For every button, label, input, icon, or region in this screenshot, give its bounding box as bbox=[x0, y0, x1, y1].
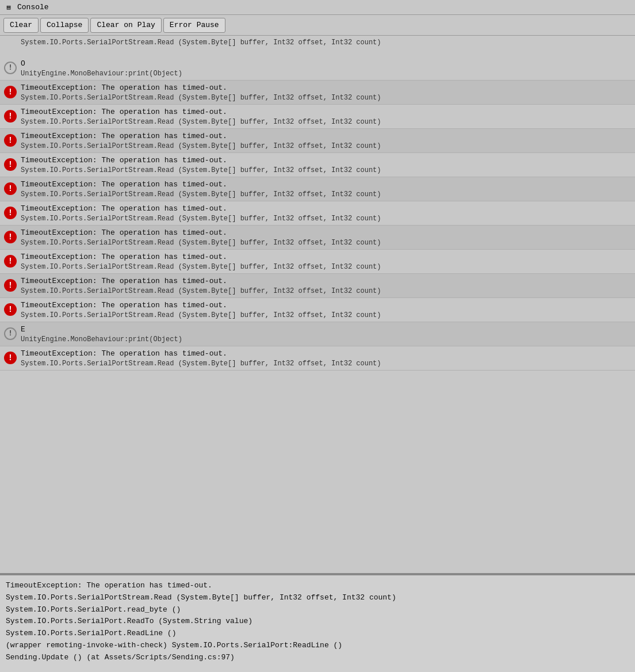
window-title: Console bbox=[17, 3, 49, 12]
log-line1: TimeoutException: The operation has time… bbox=[21, 131, 633, 142]
log-entry[interactable]: !OUnityEngine.MonoBehaviour:print(Object… bbox=[0, 56, 635, 81]
log-line1: TimeoutException: The operation has time… bbox=[21, 349, 633, 359]
clear-on-play-button[interactable]: Clear on Play bbox=[90, 18, 161, 33]
log-line1: TimeoutException: The operation has time… bbox=[21, 300, 633, 311]
error-icon: ! bbox=[4, 255, 17, 268]
error-icon: ! bbox=[4, 207, 17, 219]
log-line1: E bbox=[21, 324, 633, 335]
log-line2: System.IO.Ports.SerialPortStream.Read (S… bbox=[21, 238, 633, 248]
detail-line: System.IO.Ports.SerialPortStream.Read (S… bbox=[6, 592, 629, 604]
detail-line: Sending.Update () (at Assets/Scripts/Sen… bbox=[6, 652, 629, 664]
log-line2: System.IO.Ports.SerialPortStream.Read (S… bbox=[21, 117, 633, 127]
clear-button[interactable]: Clear bbox=[3, 18, 39, 33]
log-line2: System.IO.Ports.SerialPortStream.Read (S… bbox=[21, 142, 633, 151]
error-icon: ! bbox=[4, 134, 17, 147]
log-line1: TimeoutException: The operation has time… bbox=[21, 83, 633, 93]
console-window: ▤ Console Clear Collapse Clear on Play E… bbox=[0, 0, 635, 672]
collapse-button[interactable]: Collapse bbox=[40, 18, 89, 33]
log-entry[interactable]: !TimeoutException: The operation has tim… bbox=[0, 81, 635, 105]
log-line1: TimeoutException: The operation has time… bbox=[21, 204, 633, 214]
partial-icon bbox=[2, 39, 18, 55]
detail-lines: TimeoutException: The operation has time… bbox=[6, 580, 629, 664]
log-entries-container: !OUnityEngine.MonoBehaviour:print(Object… bbox=[0, 56, 635, 371]
detail-line: (wrapper remoting-invoke-with-check) Sys… bbox=[6, 640, 629, 652]
log-line2: System.IO.Ports.SerialPortStream.Read (S… bbox=[21, 287, 633, 296]
detail-line: System.IO.Ports.SerialPort.read_byte () bbox=[6, 604, 629, 616]
log-entry[interactable]: !TimeoutException: The operation has tim… bbox=[0, 274, 635, 298]
log-entry[interactable]: !TimeoutException: The operation has tim… bbox=[0, 346, 635, 371]
log-entry[interactable]: !TimeoutException: The operation has tim… bbox=[0, 226, 635, 250]
warn-icon: ! bbox=[4, 327, 17, 340]
log-entry[interactable]: !TimeoutException: The operation has tim… bbox=[0, 201, 635, 226]
log-entry[interactable]: !TimeoutException: The operation has tim… bbox=[0, 153, 635, 177]
error-icon: ! bbox=[4, 279, 17, 292]
error-pause-button[interactable]: Error Pause bbox=[163, 18, 225, 33]
warn-icon: ! bbox=[4, 62, 17, 74]
log-entry[interactable]: !TimeoutException: The operation has tim… bbox=[0, 105, 635, 129]
log-line2: System.IO.Ports.SerialPortStream.Read (S… bbox=[21, 190, 633, 200]
partial-text: System.IO.Ports.SerialPortStream.Read (S… bbox=[21, 37, 633, 48]
error-icon: ! bbox=[4, 303, 17, 316]
log-entry[interactable]: !TimeoutException: The operation has tim… bbox=[0, 250, 635, 274]
detail-line: TimeoutException: The operation has time… bbox=[6, 580, 629, 592]
log-line1: TimeoutException: The operation has time… bbox=[21, 155, 633, 166]
log-line2: System.IO.Ports.SerialPortStream.Read (S… bbox=[21, 214, 633, 224]
log-line2: System.IO.Ports.SerialPortStream.Read (S… bbox=[21, 166, 633, 175]
error-icon: ! bbox=[4, 110, 17, 123]
log-line2: UnityEngine.MonoBehaviour:print(Object) bbox=[21, 69, 633, 79]
detail-line: System.IO.Ports.SerialPort.ReadLine () bbox=[6, 628, 629, 640]
log-entry[interactable]: !TimeoutException: The operation has tim… bbox=[0, 129, 635, 153]
console-log-area[interactable]: System.IO.Ports.SerialPortStream.Read (S… bbox=[0, 36, 635, 574]
log-line2: UnityEngine.MonoBehaviour:print(Object) bbox=[21, 335, 633, 345]
log-line1: TimeoutException: The operation has time… bbox=[21, 107, 633, 117]
log-line1: TimeoutException: The operation has time… bbox=[21, 180, 633, 190]
error-icon: ! bbox=[4, 182, 17, 195]
console-icon: ▤ bbox=[5, 3, 13, 12]
log-entry[interactable]: !TimeoutException: The operation has tim… bbox=[0, 177, 635, 201]
toolbar: Clear Collapse Clear on Play Error Pause bbox=[0, 15, 635, 36]
error-icon: ! bbox=[4, 352, 17, 364]
log-line1: O bbox=[21, 59, 633, 69]
detail-line: System.IO.Ports.SerialPort.ReadTo (Syste… bbox=[6, 616, 629, 628]
error-icon: ! bbox=[4, 158, 17, 171]
partial-top-entry: System.IO.Ports.SerialPortStream.Read (S… bbox=[0, 36, 635, 56]
log-entry[interactable]: !TimeoutException: The operation has tim… bbox=[0, 298, 635, 322]
log-line1: TimeoutException: The operation has time… bbox=[21, 276, 633, 287]
log-line2: System.IO.Ports.SerialPortStream.Read (S… bbox=[21, 93, 633, 103]
log-line1: TimeoutException: The operation has time… bbox=[21, 228, 633, 238]
log-line2: System.IO.Ports.SerialPortStream.Read (S… bbox=[21, 311, 633, 320]
log-line2: System.IO.Ports.SerialPortStream.Read (S… bbox=[21, 359, 633, 369]
log-line1: TimeoutException: The operation has time… bbox=[21, 252, 633, 262]
error-icon: ! bbox=[4, 86, 17, 98]
title-bar: ▤ Console bbox=[0, 0, 635, 15]
detail-panel: TimeoutException: The operation has time… bbox=[0, 574, 635, 672]
log-line2: System.IO.Ports.SerialPortStream.Read (S… bbox=[21, 262, 633, 272]
error-icon: ! bbox=[4, 231, 17, 243]
log-entry[interactable]: !EUnityEngine.MonoBehaviour:print(Object… bbox=[0, 322, 635, 346]
